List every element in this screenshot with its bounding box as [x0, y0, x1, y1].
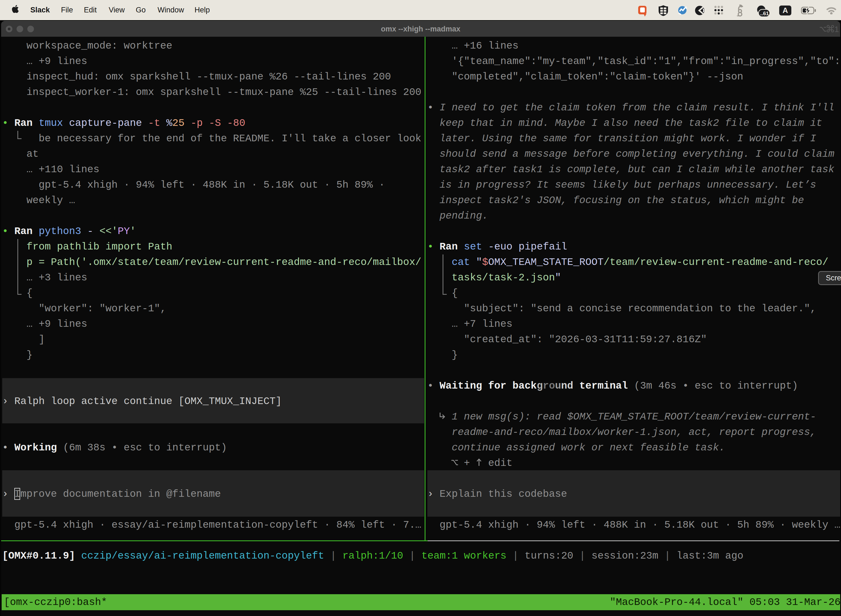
svg-text:..61: ..61: [760, 10, 769, 16]
